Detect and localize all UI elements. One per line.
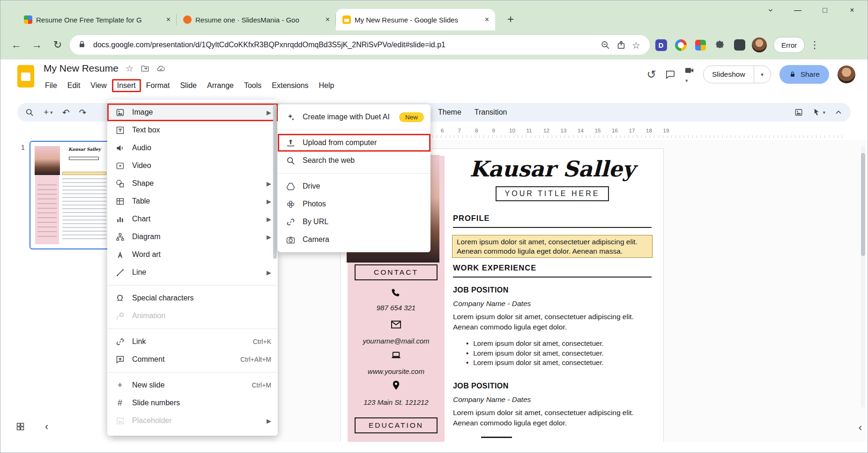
- browser-profile-avatar[interactable]: [751, 37, 768, 53]
- insert-menu-item-textbox[interactable]: Text box: [107, 121, 278, 139]
- contact-email[interactable]: yourname@mail.com: [348, 337, 445, 345]
- new-slide-button[interactable]: +▾: [44, 107, 53, 117]
- menu-arrange[interactable]: Arrange: [202, 79, 239, 92]
- tab3-close-icon[interactable]: ×: [482, 15, 491, 24]
- tab-search-icon[interactable]: [757, 1, 784, 19]
- slideshow-dropdown-icon[interactable]: ▾: [754, 66, 771, 83]
- zoom-icon[interactable]: [600, 40, 610, 50]
- toolbar-search-icon[interactable]: [25, 108, 34, 117]
- slide-title-placeholder[interactable]: YOUR TITLE HERE: [496, 186, 609, 201]
- menu-scrollbar[interactable]: [273, 104, 277, 259]
- insert-menu-item-diagram[interactable]: Diagram ▶: [107, 228, 278, 246]
- menu-file[interactable]: File: [40, 79, 62, 92]
- submenu-item-upload-from-computer[interactable]: Upload from computer: [278, 134, 430, 152]
- maximize-button[interactable]: □: [811, 1, 838, 19]
- submenu-item-camera[interactable]: Camera: [278, 231, 430, 248]
- menu-view[interactable]: View: [85, 79, 111, 92]
- extension-google-icon[interactable]: [672, 37, 689, 53]
- comments-icon[interactable]: [665, 69, 675, 80]
- menu-tools[interactable]: Tools: [239, 79, 267, 92]
- hide-filmstrip-icon[interactable]: ‹: [45, 422, 48, 431]
- submenu-item-by-url[interactable]: By URL: [278, 213, 430, 231]
- move-folder-icon[interactable]: [141, 64, 149, 73]
- site-security-icon[interactable]: [77, 40, 88, 50]
- canvas-scrollbar[interactable]: [861, 146, 865, 408]
- insert-menu-item-image[interactable]: Image ▶: [107, 103, 278, 121]
- contact-address[interactable]: 123 Main St. 121212: [348, 398, 445, 406]
- contact-phone[interactable]: 987 654 321: [348, 304, 445, 312]
- menu-insert[interactable]: Insert: [112, 79, 141, 92]
- forward-icon[interactable]: →: [27, 35, 47, 55]
- browser-tab-active[interactable]: My New Resume - Google Slides ×: [336, 9, 495, 30]
- insert-menu-item-table[interactable]: Table ▶: [107, 192, 278, 210]
- undo-icon[interactable]: ↶: [62, 107, 70, 118]
- star-document-icon[interactable]: ☆: [126, 63, 134, 74]
- scrollbar-thumb[interactable]: [861, 153, 865, 256]
- collapse-panel-icon[interactable]: ‹: [859, 422, 862, 434]
- insert-menu-item-slide-numbers[interactable]: # Slide numbers: [107, 394, 278, 412]
- education-heading[interactable]: EDUCATION: [355, 417, 438, 433]
- insert-menu-item-special-characters[interactable]: Ω Special characters: [107, 289, 278, 307]
- menu-extensions[interactable]: Extensions: [267, 79, 313, 92]
- insert-menu-item-wordart[interactable]: Word art: [107, 246, 278, 263]
- browser-tab-1[interactable]: Resume One Free Template for G ×: [17, 9, 177, 30]
- job2-title[interactable]: JOB POSITION: [453, 382, 509, 390]
- url-text[interactable]: docs.google.com/presentation/d/1QyltCdCo…: [93, 41, 594, 49]
- contact-heading[interactable]: CONTACT: [355, 264, 438, 280]
- menu-format[interactable]: Format: [141, 79, 175, 92]
- slides-logo[interactable]: [17, 65, 34, 88]
- job1-title[interactable]: JOB POSITION: [453, 286, 509, 294]
- browser-tab-2[interactable]: Resume one · SlidesMania - Goo ×: [177, 9, 336, 30]
- browser-menu-icon[interactable]: ⋮: [809, 39, 820, 51]
- insert-menu-item-audio[interactable]: Audio: [107, 139, 278, 157]
- profile-heading[interactable]: PROFILE: [453, 214, 652, 228]
- extension-pinwheel-icon[interactable]: [692, 37, 709, 53]
- collapse-toolbar-icon[interactable]: [834, 108, 843, 117]
- extension-d-icon[interactable]: D: [653, 37, 669, 53]
- slide-thumbnail[interactable]: Kausar Salley: [30, 141, 111, 249]
- transition-button[interactable]: Transition: [468, 105, 514, 119]
- job1-meta[interactable]: Company Name - Dates: [453, 300, 531, 308]
- url-field[interactable]: docs.google.com/presentation/d/1QyltCdCo…: [70, 35, 650, 55]
- profile-text-highlighted[interactable]: Lorem ipsum dolor sit amet, consectetuer…: [452, 235, 653, 258]
- menu-slide[interactable]: Slide: [175, 79, 202, 92]
- document-title[interactable]: My New Resume: [44, 63, 119, 74]
- job2-meta[interactable]: Company Name - Dates: [453, 395, 531, 404]
- job1-bullets[interactable]: Lorem ipsum dolor sit amet, consectetuer…: [466, 339, 652, 368]
- share-button[interactable]: Share: [779, 65, 829, 84]
- account-avatar[interactable]: [838, 66, 855, 83]
- pointer-mode-button[interactable]: ▾: [812, 108, 825, 117]
- tab2-close-icon[interactable]: ×: [323, 15, 332, 24]
- new-tab-button[interactable]: +: [504, 13, 518, 26]
- submenu-item-search-web[interactable]: Search the web: [278, 152, 430, 169]
- tab1-close-icon[interactable]: ×: [164, 15, 173, 24]
- insert-menu-item-chart[interactable]: Chart ▶: [107, 210, 278, 228]
- insert-menu-item-new-slide[interactable]: + New slide Ctrl+M: [107, 376, 278, 394]
- insert-menu-item-shape[interactable]: Shape ▶: [107, 175, 278, 192]
- insert-menu-item-line[interactable]: Line ▶: [107, 263, 278, 281]
- close-button[interactable]: ×: [838, 1, 866, 19]
- redo-icon[interactable]: ↷: [79, 107, 87, 118]
- meet-camera-icon[interactable]: ▾: [684, 65, 695, 84]
- extension-dark-icon[interactable]: [731, 37, 748, 53]
- insert-menu-item-video[interactable]: Video: [107, 157, 278, 175]
- back-icon[interactable]: ←: [6, 35, 27, 55]
- error-badge[interactable]: Error: [773, 37, 805, 53]
- toolbar-image-icon[interactable]: [794, 108, 803, 117]
- submenu-item-duet-ai[interactable]: Create image with Duet AI New: [278, 108, 430, 126]
- slideshow-label[interactable]: Slideshow: [704, 66, 754, 83]
- minimize-button[interactable]: —: [784, 1, 811, 19]
- extensions-puzzle-icon[interactable]: [712, 37, 728, 53]
- layouts-grid-icon[interactable]: [15, 422, 25, 431]
- reload-icon[interactable]: ↻: [47, 35, 68, 55]
- submenu-item-drive[interactable]: Drive: [278, 177, 430, 195]
- share-page-icon[interactable]: [616, 40, 626, 50]
- slideshow-button[interactable]: Slideshow ▾: [703, 66, 771, 83]
- version-history-icon[interactable]: ↺: [647, 68, 656, 81]
- work-experience-heading[interactable]: WORK EXPERIENCE: [453, 263, 652, 278]
- menu-help[interactable]: Help: [314, 79, 340, 92]
- job1-text[interactable]: Lorem ipsum dolor sit amet, consectetuer…: [453, 312, 652, 332]
- menu-edit[interactable]: Edit: [62, 79, 86, 92]
- theme-button[interactable]: Theme: [431, 105, 468, 119]
- bookmark-star-icon[interactable]: ☆: [632, 40, 642, 50]
